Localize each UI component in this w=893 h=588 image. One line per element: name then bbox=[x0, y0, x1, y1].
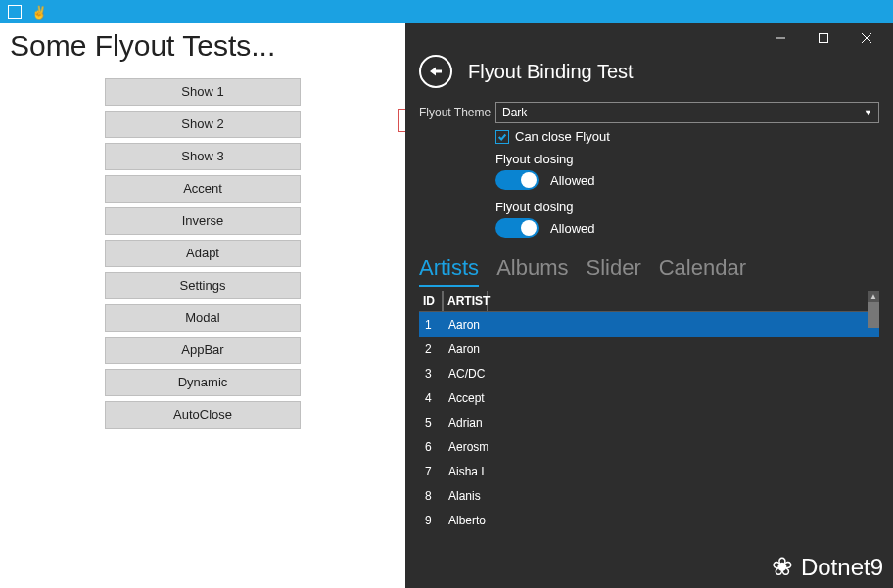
scroll-up-icon[interactable]: ▲ bbox=[868, 291, 879, 302]
title-bar[interactable]: ✌ bbox=[0, 0, 893, 23]
table-row[interactable]: 8Alanis bbox=[419, 483, 879, 508]
maximize-button[interactable] bbox=[811, 27, 836, 49]
closing2-label: Flyout closing bbox=[495, 200, 879, 214]
minimize-button[interactable] bbox=[768, 27, 793, 49]
cell-id: 3 bbox=[419, 367, 443, 381]
flyout-button-show-3[interactable]: Show 3 bbox=[105, 143, 301, 170]
theme-label: Flyout Theme bbox=[419, 106, 495, 119]
flyout-button-dynamic[interactable]: Dynamic bbox=[105, 369, 301, 396]
table-row[interactable]: 6Aerosm bbox=[419, 434, 879, 459]
watermark-text: Dotnet9 bbox=[801, 554, 883, 581]
theme-select[interactable]: Dark ▼ bbox=[495, 102, 879, 123]
flyout-button-appbar[interactable]: AppBar bbox=[105, 337, 301, 364]
can-close-checkbox[interactable]: Can close Flyout bbox=[495, 129, 879, 144]
flyout-button-autoclose[interactable]: AutoClose bbox=[105, 401, 301, 429]
cell-id: 9 bbox=[419, 514, 443, 527]
cell-id: 8 bbox=[419, 489, 443, 503]
table-header: ID ARTIST bbox=[419, 291, 879, 312]
flyout-panel: Flyout Binding Test Flyout Theme Dark ▼ … bbox=[405, 23, 893, 588]
cell-id: 6 bbox=[419, 440, 443, 454]
cell-artist: Alanis bbox=[443, 489, 488, 503]
flyout-button-modal[interactable]: Modal bbox=[105, 304, 301, 332]
closing2-state: Allowed bbox=[550, 221, 595, 236]
page-title: Some Flyout Tests... bbox=[10, 29, 396, 63]
svg-rect-1 bbox=[820, 34, 828, 43]
closing1-toggle[interactable] bbox=[495, 170, 539, 190]
tab-artists[interactable]: Artists bbox=[419, 255, 479, 287]
wechat-icon: ❀ bbox=[772, 552, 793, 582]
col-artist[interactable]: ARTIST bbox=[443, 291, 488, 311]
cell-artist: Aaron bbox=[443, 318, 488, 332]
cell-artist: Alberto bbox=[443, 514, 488, 527]
button-column: Show 1Show 2Show 3AccentInverseAdaptSett… bbox=[105, 78, 301, 429]
close-button[interactable] bbox=[854, 27, 879, 49]
cell-artist: Accept bbox=[443, 391, 488, 405]
cell-artist: Aisha I bbox=[443, 465, 488, 478]
cell-artist: Adrian bbox=[443, 416, 488, 430]
table-row[interactable]: 7Aisha I bbox=[419, 459, 879, 483]
flyout-button-accent[interactable]: Accent bbox=[105, 175, 301, 203]
col-id[interactable]: ID bbox=[419, 291, 443, 311]
peace-icon: ✌ bbox=[31, 5, 47, 20]
cube-icon bbox=[8, 5, 22, 19]
flyout-button-settings[interactable]: Settings bbox=[105, 272, 301, 299]
table-row[interactable]: 9Alberto bbox=[419, 508, 879, 532]
tab-strip: ArtistsAlbumsSliderCalendar bbox=[405, 248, 893, 291]
cell-id: 1 bbox=[419, 318, 443, 332]
vertical-scrollbar[interactable]: ▲ bbox=[868, 291, 879, 588]
flyout-button-inverse[interactable]: Inverse bbox=[105, 207, 301, 235]
flyout-button-show-1[interactable]: Show 1 bbox=[105, 78, 301, 106]
tab-calendar[interactable]: Calendar bbox=[659, 255, 746, 287]
can-close-label: Can close Flyout bbox=[515, 129, 610, 144]
cell-id: 4 bbox=[419, 391, 443, 405]
closing1-label: Flyout closing bbox=[495, 152, 879, 166]
flyout-title: Flyout Binding Test bbox=[468, 61, 634, 83]
closing2-toggle[interactable] bbox=[495, 218, 539, 238]
table-row[interactable]: 1Aaron bbox=[419, 312, 879, 337]
cell-id: 5 bbox=[419, 416, 443, 430]
chevron-down-icon: ▼ bbox=[864, 108, 872, 117]
table-row[interactable]: 4Accept bbox=[419, 385, 879, 410]
cell-id: 2 bbox=[419, 342, 443, 356]
tab-albums[interactable]: Albums bbox=[496, 255, 568, 287]
theme-value: Dark bbox=[502, 106, 527, 119]
watermark: ❀ Dotnet9 bbox=[772, 552, 883, 582]
flyout-button-show-2[interactable]: Show 2 bbox=[105, 111, 301, 138]
flyout-button-adapt[interactable]: Adapt bbox=[105, 240, 301, 267]
cell-artist: AC/DC bbox=[443, 367, 488, 381]
cell-artist: Aaron bbox=[443, 342, 488, 356]
table-row[interactable]: 2Aaron bbox=[419, 337, 879, 361]
table-row[interactable]: 5Adrian bbox=[419, 410, 879, 434]
table-row[interactable]: 3AC/DC bbox=[419, 361, 879, 385]
left-pane: Some Flyout Tests... Show 1Show 2Show 3A… bbox=[0, 23, 405, 588]
scroll-thumb[interactable] bbox=[868, 302, 879, 328]
window-controls bbox=[405, 23, 893, 53]
cell-id: 7 bbox=[419, 465, 443, 478]
checkbox-icon bbox=[495, 130, 509, 144]
artists-table: ID ARTIST 1Aaron2Aaron3AC/DC4Accept5Adri… bbox=[419, 291, 879, 588]
back-button[interactable] bbox=[419, 55, 452, 88]
validation-marker bbox=[398, 109, 405, 132]
cell-artist: Aerosm bbox=[443, 440, 488, 454]
tab-slider[interactable]: Slider bbox=[586, 255, 640, 287]
closing1-state: Allowed bbox=[550, 173, 595, 188]
